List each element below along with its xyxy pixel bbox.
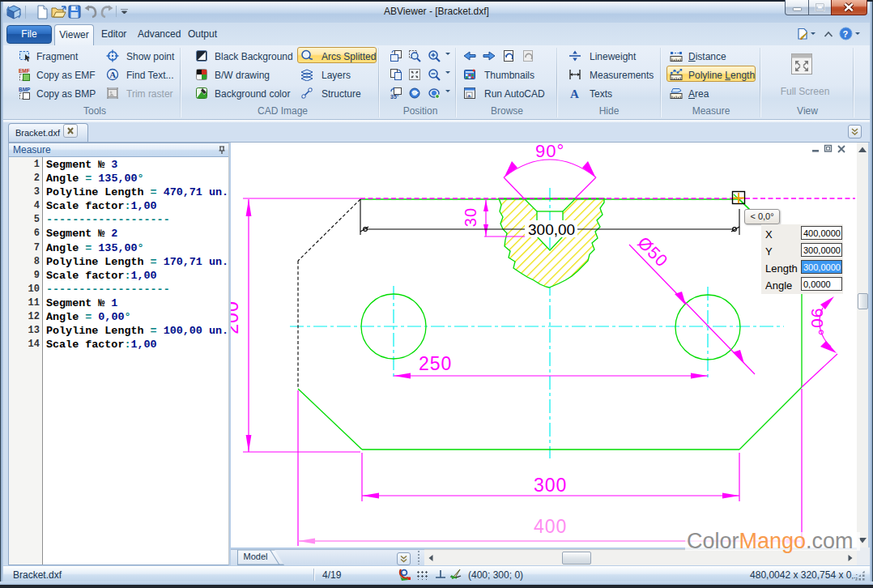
svg-text:Ø50: Ø50 [634,233,671,271]
svg-text:250: 250 [419,353,452,374]
svg-text:90°: 90° [535,143,564,161]
svg-text:BMP: BMP [19,87,31,92]
svg-text:A: A [570,87,579,100]
svg-text:400: 400 [534,516,567,537]
svg-text:200: 200 [231,300,242,334]
svg-text:300,00: 300,00 [528,221,575,238]
svg-text:A: A [109,70,116,79]
svg-text:EMF: EMF [19,68,30,74]
svg-text:300: 300 [534,475,567,496]
svg-text:?: ? [843,29,849,39]
svg-text:90°: 90° [808,309,827,337]
svg-text:35°: 35° [390,94,399,100]
svg-text:30: 30 [462,207,479,227]
